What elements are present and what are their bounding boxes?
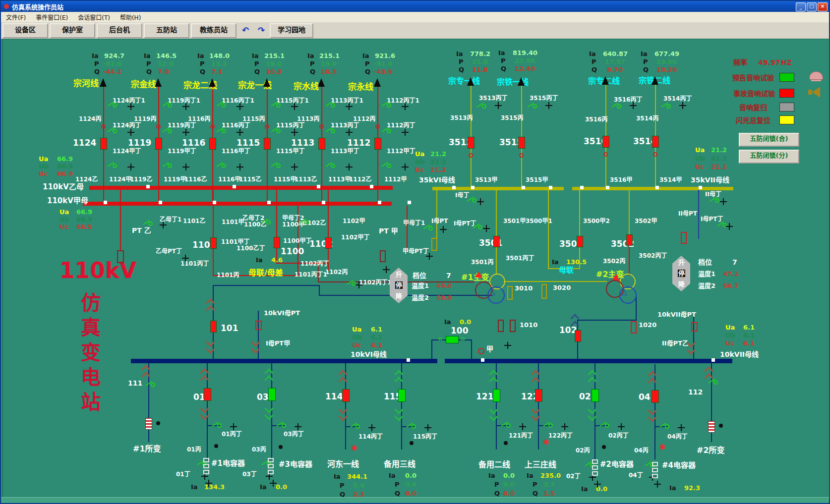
text-label: 58.8 [436,294,452,301]
breaker-1102[interactable] [325,237,332,249]
breaker-04[interactable] [652,390,659,403]
tap-button[interactable]: 停 [678,270,685,277]
disconnector-icon[interactable] [216,163,227,169]
disconnector-icon[interactable] [422,225,433,232]
breaker-03[interactable] [268,388,276,401]
disconnector-icon[interactable] [406,423,416,430]
tap-button[interactable]: 降 [395,292,403,300]
text-label: 01丙 [187,447,201,452]
tap-button[interactable]: 降 [678,280,685,288]
alarm-indicator[interactable] [779,115,794,124]
text-label: 1116乙 [184,176,207,182]
disconnector-icon[interactable] [350,423,360,430]
disconnector-icon[interactable] [381,102,392,109]
tap-button[interactable]: 停 [395,281,403,289]
disconnector-icon[interactable] [298,219,309,226]
interlock-button[interactable]: 五防闭锁(分) [739,150,799,164]
disconnector-icon[interactable] [381,128,392,135]
breaker-02[interactable] [592,389,599,402]
bell-icon[interactable] [809,71,823,80]
text-label: 03 [257,393,269,401]
breaker-121[interactable] [493,389,500,402]
disconnector-icon[interactable] [599,422,610,429]
breaker-115[interactable] [398,389,406,402]
interlock-button[interactable]: 五防闭锁(合) [739,133,799,147]
disconnector-icon[interactable] [325,163,336,169]
ground-cross-icon [237,103,243,110]
disconnector-icon[interactable] [270,163,281,169]
disconnector-icon[interactable] [325,128,336,135]
disconnector-icon[interactable] [145,382,156,389]
breaker-122[interactable] [535,389,542,402]
tap-changer-control[interactable]: 升停降 [672,256,690,291]
disconnector-icon[interactable] [216,128,227,135]
disconnector-icon[interactable] [260,219,271,226]
bus-junction-dot [606,186,609,189]
breaker-102[interactable] [575,330,581,342]
disconnector-icon[interactable] [270,128,281,135]
disconnector-icon[interactable] [346,280,356,287]
bus-junction-dot [213,201,216,204]
breaker-3513[interactable] [468,137,474,149]
breaker-3514[interactable] [652,136,659,148]
disconnector-icon[interactable] [162,163,173,169]
disconnector-icon[interactable] [142,221,153,227]
alarm-indicator[interactable] [779,89,794,98]
disconnector-icon[interactable] [500,422,511,429]
alarm-indicator[interactable] [779,73,794,82]
breaker-3500[interactable] [577,236,583,247]
breaker-1124[interactable] [100,138,107,150]
disconnector-icon[interactable] [466,197,477,204]
text-label: 122丙丁 [548,433,573,439]
text-label: 1124乙 [75,176,98,182]
disconnector-icon[interactable] [162,128,173,135]
tap-button[interactable]: 升 [395,271,403,278]
tap-button[interactable]: 升 [678,259,685,266]
disconnector-icon[interactable] [660,103,671,110]
disconnector-icon[interactable] [107,128,118,135]
text-label: P [592,58,596,65]
disconnector-icon[interactable] [542,422,553,429]
ground-cross-icon [495,102,502,109]
breaker-01[interactable] [204,388,211,401]
disconnector-icon[interactable] [527,103,537,110]
breaker-101[interactable] [210,321,217,333]
disconnector-icon[interactable] [659,423,670,430]
disconnector-icon[interactable] [211,422,222,429]
breaker-100[interactable] [446,336,459,343]
text-label: Ia [256,257,263,263]
disconnector-icon[interactable] [276,422,287,429]
circle-symbol [156,124,161,129]
disconnector-icon[interactable] [476,103,487,110]
alarm-indicator[interactable] [779,103,794,112]
disconnector-icon[interactable] [325,102,336,109]
breaker-3502[interactable] [626,234,633,246]
tap-changer-control[interactable]: 升停降 [390,268,408,303]
disconnector-icon[interactable] [472,224,483,231]
speaker-icon[interactable] [812,87,820,98]
breaker-1101[interactable] [210,237,217,249]
disconnector-icon[interactable] [216,102,227,109]
text-label: 3500甲2 [583,218,610,224]
ground-cross-icon [477,198,484,205]
breaker-1100[interactable] [274,237,280,248]
breaker-1112[interactable] [374,138,381,150]
breaker-3516[interactable] [602,136,609,148]
disconnector-icon[interactable] [162,102,173,109]
text-label: Q [200,68,205,75]
disconnector-icon[interactable] [611,103,622,110]
wire [431,339,432,359]
breaker-114[interactable] [342,389,350,402]
disconnector-icon[interactable] [381,163,392,169]
breaker-1115[interactable] [264,138,271,150]
breaker-1113[interactable] [318,138,325,150]
breaker-3501[interactable] [493,236,500,247]
breaker-3515[interactable] [518,137,525,149]
breaker-1116[interactable] [209,138,216,150]
disconnector-icon[interactable] [107,163,118,169]
disconnector-icon[interactable] [709,197,720,204]
text-label: 1124甲 [109,176,131,182]
disconnector-icon[interactable] [270,102,281,109]
breaker-1119[interactable] [155,138,162,150]
disconnector-icon[interactable] [107,102,118,109]
